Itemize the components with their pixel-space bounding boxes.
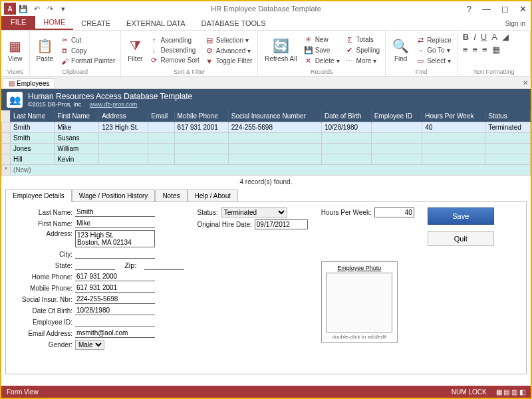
save-button[interactable]: Save bbox=[428, 207, 494, 225]
grid-header-row: Last Name First Name Address Email Mobil… bbox=[2, 110, 531, 122]
tab-home[interactable]: HOME bbox=[35, 15, 73, 30]
address-field[interactable] bbox=[75, 230, 155, 247]
window-title: HR Employee Database Template bbox=[211, 5, 321, 13]
gender-select[interactable]: Male bbox=[75, 340, 104, 350]
dob-field[interactable] bbox=[75, 306, 155, 315]
dtab-employee-details[interactable]: Employee Details bbox=[5, 190, 72, 202]
hire-date-field[interactable] bbox=[255, 219, 308, 229]
photo-placeholder[interactable] bbox=[326, 273, 392, 332]
toggle-filter-button[interactable]: ▼Toggle Filter bbox=[203, 57, 253, 66]
goto-button[interactable]: →Go To ▾ bbox=[414, 46, 453, 55]
website-link[interactable]: www.db-pros.com bbox=[90, 101, 138, 108]
home-phone-field[interactable] bbox=[75, 272, 155, 281]
descending-button[interactable]: ↓Descending bbox=[148, 45, 200, 55]
col-status[interactable]: Status bbox=[485, 110, 531, 122]
help-icon[interactable]: ? bbox=[464, 4, 474, 14]
quick-access-toolbar: A 💾 ↶ ↷ ▾ bbox=[4, 3, 69, 15]
filter-button[interactable]: ⧩ Filter bbox=[125, 37, 145, 64]
toggle-filter-icon: ▼ bbox=[205, 57, 214, 65]
qat-customize-icon[interactable]: ▾ bbox=[57, 3, 69, 15]
tab-file[interactable]: FILE bbox=[1, 15, 35, 30]
city-field[interactable] bbox=[75, 249, 155, 259]
ascending-button[interactable]: ↑Ascending bbox=[148, 35, 200, 45]
col-employee-id[interactable]: Employee ID bbox=[371, 110, 422, 122]
col-last-name[interactable]: Last Name bbox=[10, 110, 54, 122]
table-row[interactable]: HillKevin bbox=[2, 154, 531, 165]
doc-tab-employees[interactable]: ▤ Employees bbox=[3, 78, 55, 88]
spelling-button[interactable]: ✔Spelling bbox=[344, 45, 382, 55]
spelling-icon: ✔ bbox=[345, 46, 354, 55]
col-email[interactable]: Email bbox=[148, 110, 174, 122]
mobile-phone-field[interactable] bbox=[75, 283, 155, 293]
record-save-button[interactable]: 💾Save bbox=[303, 45, 341, 55]
close-icon[interactable]: ✕ bbox=[517, 4, 529, 14]
doc-close-icon[interactable]: ✕ bbox=[523, 79, 528, 86]
paste-button[interactable]: 📋 Paste bbox=[34, 37, 57, 64]
undo-icon[interactable]: ↶ bbox=[31, 3, 43, 15]
advanced-button[interactable]: ⚙Advanced ▾ bbox=[203, 46, 253, 56]
align-right-button[interactable]: ≡ bbox=[481, 45, 489, 55]
remove-sort-button[interactable]: ⟳Remove Sort bbox=[148, 55, 200, 65]
find-button[interactable]: 🔍 Find bbox=[390, 37, 412, 64]
copy-button[interactable]: ⧉Copy bbox=[59, 46, 116, 56]
underline-button[interactable]: U bbox=[479, 32, 488, 42]
quit-button[interactable]: Quit bbox=[428, 231, 494, 246]
hours-field[interactable] bbox=[374, 207, 414, 217]
group-clipboard: 📋 Paste ✂Cut ⧉Copy 🖌Format Painter Clipb… bbox=[30, 31, 122, 76]
totals-button[interactable]: ΣTotals bbox=[344, 35, 382, 45]
status-select[interactable]: Terminated bbox=[221, 207, 287, 217]
col-first-name[interactable]: First Name bbox=[55, 110, 99, 122]
new-row[interactable]: *(New) bbox=[2, 165, 531, 176]
dtab-wage-history[interactable]: Wage / Position History bbox=[72, 190, 156, 202]
table-row[interactable]: SmithSusans bbox=[2, 133, 531, 144]
bold-button[interactable]: B bbox=[462, 32, 470, 42]
new-button[interactable]: ✳New bbox=[303, 35, 341, 45]
dtab-notes[interactable]: Notes bbox=[155, 190, 187, 202]
tab-external-data[interactable]: EXTERNAL DATA bbox=[118, 17, 193, 30]
redo-icon[interactable]: ↷ bbox=[44, 3, 56, 15]
zip-field[interactable] bbox=[144, 261, 184, 270]
fill-color-button[interactable]: ◢ bbox=[501, 32, 510, 42]
app-header: 👥 Human Resources Access Database Templa… bbox=[1, 89, 531, 110]
view-button[interactable]: ▦ View bbox=[5, 37, 25, 64]
first-name-field[interactable] bbox=[75, 219, 155, 228]
select-button[interactable]: ▭Select ▾ bbox=[414, 56, 453, 66]
cut-button[interactable]: ✂Cut bbox=[59, 35, 116, 45]
refresh-button[interactable]: 🔄 Refresh All bbox=[262, 37, 299, 64]
col-mobile-phone[interactable]: Mobile Phone bbox=[174, 110, 228, 122]
font-color-button[interactable]: A bbox=[490, 32, 499, 42]
selection-icon: ▤ bbox=[205, 36, 214, 45]
italic-button[interactable]: I bbox=[472, 32, 477, 42]
tab-create[interactable]: CREATE bbox=[73, 17, 118, 30]
email-field[interactable] bbox=[75, 329, 155, 338]
more-button[interactable]: ⋯More ▾ bbox=[344, 56, 382, 66]
last-name-field[interactable] bbox=[75, 207, 155, 217]
sign-in-link[interactable]: Sign in bbox=[499, 17, 531, 30]
view-shortcut-icons[interactable]: ▦ ▤ ▥ ◧ bbox=[496, 388, 525, 396]
selection-button[interactable]: ▤Selection ▾ bbox=[203, 35, 253, 45]
remove-sort-icon: ⟳ bbox=[149, 56, 158, 65]
ssn-field[interactable] bbox=[75, 295, 155, 304]
tab-database-tools[interactable]: DATABASE TOOLS bbox=[193, 17, 273, 30]
minimize-icon[interactable]: — bbox=[479, 4, 493, 14]
employee-id-field[interactable] bbox=[75, 317, 155, 327]
form-icon: ▤ bbox=[9, 80, 15, 87]
restore-icon[interactable]: ◻ bbox=[499, 4, 511, 14]
col-ssn[interactable]: Social Insurance Number bbox=[228, 110, 321, 122]
col-hours[interactable]: Hours Per Week bbox=[422, 110, 485, 122]
replace-button[interactable]: ⇄Replace bbox=[414, 35, 453, 45]
new-icon: ✳ bbox=[304, 35, 313, 44]
save-icon[interactable]: 💾 bbox=[17, 3, 29, 15]
dtab-help[interactable]: Help / About bbox=[188, 190, 238, 202]
col-dob[interactable]: Date of Birth bbox=[321, 110, 371, 122]
ribbon-tabs: FILE HOME CREATE EXTERNAL DATA DATABASE … bbox=[1, 16, 531, 31]
gridlines-button[interactable]: ▦ bbox=[491, 45, 501, 55]
col-address[interactable]: Address bbox=[99, 110, 148, 122]
align-left-button[interactable]: ≡ bbox=[462, 45, 469, 55]
state-field[interactable] bbox=[75, 261, 115, 270]
table-row[interactable]: SmithMike123 High St.617 931 2001224-255… bbox=[2, 122, 531, 133]
align-center-button[interactable]: ≡ bbox=[471, 45, 479, 55]
delete-button[interactable]: ✕Delete ▾ bbox=[303, 56, 341, 66]
table-row[interactable]: JonesWilliam bbox=[2, 144, 531, 154]
format-painter-button[interactable]: 🖌Format Painter bbox=[59, 57, 116, 66]
